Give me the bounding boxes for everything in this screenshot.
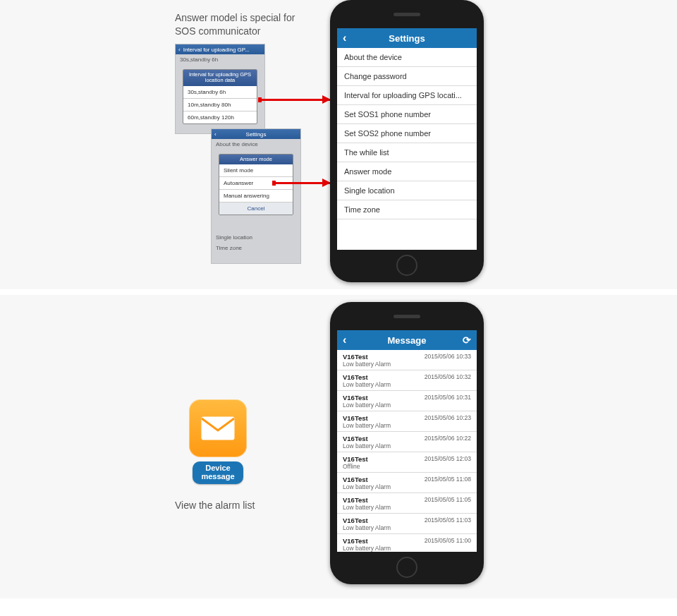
phone-home-button[interactable]: [396, 255, 417, 276]
msg-timestamp: 2015/05/05 11:00: [425, 537, 471, 552]
back-icon: ‹: [178, 47, 181, 53]
back-icon[interactable]: ‹: [343, 32, 346, 44]
msg-timestamp: 2015/05/06 10:31: [425, 394, 471, 409]
device-message-label: Device message: [193, 461, 243, 484]
caption-answer-model: Answer model is special for SOS communic…: [175, 11, 295, 38]
settings-row-changepw[interactable]: Change password: [337, 67, 477, 86]
back-icon[interactable]: ‹: [343, 334, 346, 346]
msg-title: V16Test: [343, 476, 391, 483]
mini2-prerow: About the device: [212, 139, 300, 150]
messages-header: ‹ Message ⟳: [337, 330, 477, 350]
msg-subtitle: Low battery Alarm: [343, 545, 391, 552]
envelope-icon[interactable]: [189, 399, 247, 457]
mini2-opt-2[interactable]: Manual answering: [219, 190, 293, 203]
device-message-icon-block: Device message: [189, 399, 247, 484]
msg-timestamp: 2015/05/05 12:03: [425, 455, 471, 470]
msg-title: V16Test: [343, 414, 391, 422]
mini1-dialog: Interval for uploading GPS location data…: [183, 69, 257, 124]
settings-row-about[interactable]: About the device: [337, 48, 477, 67]
msg-title: V16Test: [343, 517, 391, 524]
section-messages: Device message View the alarm list ‹ Mes…: [0, 295, 677, 598]
mini1-header-title: Interval for uploading GP...: [183, 47, 250, 53]
message-row[interactable]: V16TestOffline2015/05/05 12:03: [337, 452, 477, 473]
messages-title: Message: [337, 335, 477, 346]
message-row[interactable]: V16TestLow battery Alarm2015/05/06 10:22: [337, 432, 477, 452]
mini2-opt-0[interactable]: Silent mode: [219, 164, 293, 177]
settings-row-answermode[interactable]: Answer mode: [337, 162, 477, 181]
phone-home-button[interactable]: [396, 557, 417, 578]
msg-title: V16Test: [343, 373, 391, 381]
msg-subtitle: Low battery Alarm: [343, 442, 391, 449]
mini1-dialog-header: Interval for uploading GPS location data: [183, 70, 257, 86]
mini2-header: ‹ Settings: [212, 129, 300, 139]
phone-settings: ‹ Settings About the device Change passw…: [330, 0, 484, 282]
msg-title: V16Test: [343, 496, 391, 504]
phone-speaker: [394, 13, 420, 16]
phone-speaker: [394, 315, 420, 318]
mini2-post-0: Single location: [212, 232, 300, 243]
settings-row-sos2[interactable]: Set SOS2 phone number: [337, 124, 477, 143]
message-row[interactable]: V16TestLow battery Alarm2015/05/05 11:05: [337, 493, 477, 514]
message-row[interactable]: V16TestLow battery Alarm2015/05/06 10:33: [337, 350, 477, 370]
msg-subtitle: Low battery Alarm: [343, 361, 391, 368]
message-row[interactable]: V16TestLow battery Alarm2015/05/05 11:00: [337, 534, 477, 552]
message-row[interactable]: V16TestLow battery Alarm2015/05/06 10:32: [337, 370, 477, 391]
message-row[interactable]: V16TestLow battery Alarm2015/05/05 11:03: [337, 514, 477, 534]
msg-timestamp: 2015/05/06 10:32: [425, 373, 471, 388]
arrow-to-answermode: [274, 182, 330, 184]
mini1-opt-1[interactable]: 10m,standby 80h: [183, 99, 257, 111]
settings-row-timezone[interactable]: Time zone: [337, 200, 477, 219]
mini2-dialog: Answer mode Silent mode Autoanswer Manua…: [219, 154, 293, 215]
refresh-icon[interactable]: ⟳: [463, 334, 471, 346]
mini2-cancel[interactable]: Cancel: [219, 203, 293, 215]
device-label-1: Device: [205, 464, 230, 472]
phone-screen-messages: ‹ Message ⟳ V16TestLow battery Alarm2015…: [337, 330, 477, 552]
view-alarm-caption: View the alarm list: [175, 500, 255, 511]
msg-title: V16Test: [343, 435, 391, 442]
phone-screen-settings: ‹ Settings About the device Change passw…: [337, 28, 477, 250]
messages-list[interactable]: V16TestLow battery Alarm2015/05/06 10:33…: [337, 350, 477, 552]
message-row[interactable]: V16TestLow battery Alarm2015/05/06 10:23: [337, 411, 477, 432]
section-settings: Answer model is special for SOS communic…: [0, 0, 677, 289]
msg-timestamp: 2015/05/06 10:23: [425, 414, 471, 429]
mini1-bg-row: 30s,standby 6h: [176, 54, 264, 65]
settings-row-singleloc[interactable]: Single location: [337, 181, 477, 200]
back-icon: ‹: [214, 131, 216, 138]
msg-timestamp: 2015/05/05 11:08: [425, 476, 471, 490]
msg-timestamp: 2015/05/05 11:05: [425, 496, 471, 511]
mini2-post-1: Time zone: [212, 243, 300, 253]
msg-title: V16Test: [343, 455, 368, 463]
message-row[interactable]: V16TestLow battery Alarm2015/05/05 11:08: [337, 473, 477, 493]
settings-row-whilelist[interactable]: The while list: [337, 143, 477, 162]
mini1-dialog-title-2: location data: [205, 77, 236, 83]
msg-timestamp: 2015/05/06 10:33: [425, 353, 471, 368]
settings-row-sos1[interactable]: Set SOS1 phone number: [337, 105, 477, 124]
caption-line1: Answer model is special for: [175, 12, 295, 23]
message-row[interactable]: V16TestLow battery Alarm2015/05/06 10:31: [337, 391, 477, 411]
msg-subtitle: Low battery Alarm: [343, 524, 391, 531]
msg-timestamp: 2015/05/06 10:22: [425, 435, 471, 449]
msg-subtitle: Low battery Alarm: [343, 422, 391, 429]
msg-subtitle: Low battery Alarm: [343, 483, 391, 490]
msg-title: V16Test: [343, 537, 391, 545]
msg-subtitle: Low battery Alarm: [343, 401, 391, 409]
mini1-header: ‹ Interval for uploading GP...: [176, 44, 264, 54]
svg-rect-0: [202, 417, 234, 440]
arrow-to-interval: [260, 99, 330, 101]
msg-timestamp: 2015/05/05 11:03: [425, 517, 471, 531]
mini2-dialog-header: Answer mode: [219, 155, 293, 164]
mini1-opt-0[interactable]: 30s,standby 6h: [183, 86, 257, 99]
settings-row-interval[interactable]: Interval for uploading GPS locati...: [337, 86, 477, 105]
msg-subtitle: Offline: [343, 463, 368, 470]
mini-screenshot-answermode: ‹ Settings About the device Answer mode …: [211, 128, 301, 264]
mini1-opt-2[interactable]: 60m,standby 120h: [183, 111, 257, 123]
msg-subtitle: Low battery Alarm: [343, 504, 391, 511]
mini2-header-title: Settings: [246, 131, 267, 138]
settings-title: Settings: [337, 33, 477, 44]
phone-messages: ‹ Message ⟳ V16TestLow battery Alarm2015…: [330, 302, 484, 584]
msg-subtitle: Low battery Alarm: [343, 381, 391, 388]
msg-title: V16Test: [343, 353, 391, 361]
msg-title: V16Test: [343, 394, 391, 401]
settings-header: ‹ Settings: [337, 28, 477, 48]
device-label-2: message: [201, 472, 234, 481]
